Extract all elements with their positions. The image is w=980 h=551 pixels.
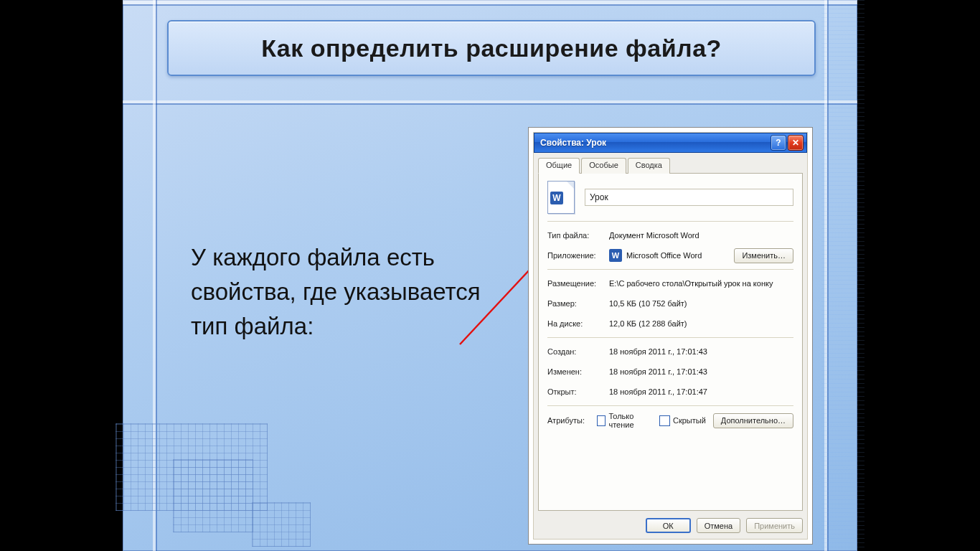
location-label: Размещение: [547, 279, 609, 288]
created-value: 18 ноября 2011 г., 17:01:43 [609, 347, 793, 356]
decoration-right [821, 0, 864, 551]
modified-label: Изменен: [547, 367, 609, 376]
readonly-checkbox[interactable]: Только чтение [597, 412, 652, 429]
dialog-tabs: Общие Особые Сводка [538, 157, 803, 174]
size-value: 10,5 КБ (10 752 байт) [609, 299, 793, 308]
readonly-label: Только чтение [608, 412, 652, 429]
disk-size-label: На диске: [547, 319, 609, 328]
change-app-button[interactable]: Изменить… [734, 248, 793, 263]
file-type-icon: W [547, 181, 575, 214]
size-label: Размер: [547, 299, 609, 308]
apply-button[interactable]: Применить [746, 518, 803, 533]
dialog-title: Свойства: Урок [537, 138, 769, 148]
file-type-value: Документ Microsoft Word [609, 231, 793, 240]
grid-decoration [173, 459, 253, 532]
hidden-checkbox[interactable]: Скрытый [659, 415, 706, 426]
tab-special[interactable]: Особые [581, 158, 626, 174]
dialog-footer: ОК Отмена Применить [538, 518, 803, 533]
hidden-label: Скрытый [673, 416, 706, 425]
tab-general[interactable]: Общие [538, 158, 580, 174]
filename-field[interactable]: Урок [585, 189, 793, 206]
created-label: Создан: [547, 347, 609, 356]
help-button[interactable]: ? [771, 135, 786, 151]
location-value: E:\С рабочего стола\Открытый урок на кон… [609, 279, 793, 288]
advanced-button[interactable]: Дополнительно… [713, 413, 793, 428]
disk-size-value: 12,0 КБ (12 288 байт) [609, 319, 793, 328]
application-label: Приложение: [547, 251, 609, 260]
cancel-button[interactable]: Отмена [697, 518, 740, 533]
file-properties-dialog: Свойства: Урок ? ✕ Общие Особые Сводка W… [528, 127, 813, 545]
slide-title: Как определить расширение файла? [261, 34, 722, 62]
close-button[interactable]: ✕ [788, 135, 804, 151]
tab-summary[interactable]: Сводка [628, 158, 670, 174]
tab-body-general: W Урок Тип файла: Документ Microsoft Wor… [538, 174, 803, 511]
attributes-label: Атрибуты: [547, 416, 590, 425]
slide-title-box: Как определить расширение файла? [167, 20, 816, 76]
file-type-label: Тип файла: [547, 231, 609, 240]
opened-value: 18 ноября 2011 г., 17:01:47 [609, 387, 793, 396]
slide: Как определить расширение файла? У каждо… [123, 0, 857, 551]
dialog-titlebar: Свойства: Урок ? ✕ [534, 133, 807, 153]
modified-value: 18 ноября 2011 г., 17:01:43 [609, 367, 793, 376]
grid-decoration [252, 502, 311, 547]
ok-button[interactable]: ОК [646, 518, 691, 533]
opened-label: Открыт: [547, 387, 609, 396]
slide-body-text: У каждого файла есть свойства, где указы… [191, 240, 499, 344]
word-app-icon: W [609, 249, 622, 262]
application-value: Microsoft Office Word [626, 251, 734, 260]
